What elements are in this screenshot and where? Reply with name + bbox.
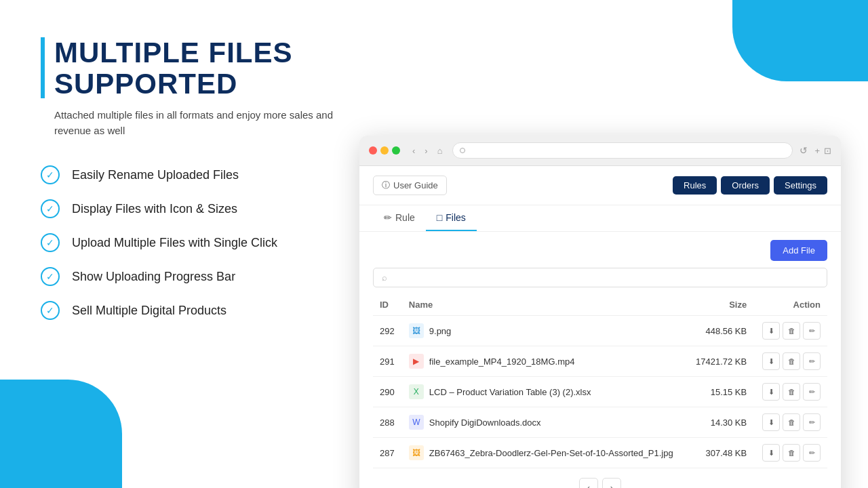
file-name: file_example_MP4_1920_18MG.mp4 (429, 357, 575, 367)
search-input[interactable] (391, 272, 818, 283)
new-tab-button[interactable]: + (814, 146, 820, 156)
table-row: 292 🖼 9.png 448.56 KB ⬇ 🗑 ✏ (373, 316, 827, 346)
action-cell: ⬇ 🗑 ✏ (753, 346, 827, 377)
action-cell: ⬇ 🗑 ✏ (753, 438, 827, 468)
download-button[interactable]: ⬇ (762, 413, 780, 431)
feature-text: Display Files with Icon & Sizes (72, 202, 237, 216)
tab-rule[interactable]: ✏ Rule (373, 205, 426, 231)
col-action: Action (753, 294, 827, 316)
file-size: 448.56 KB (687, 316, 753, 346)
table-row: 288 W Shopify DigiDownloads.docx 14.30 K… (373, 407, 827, 438)
delete-button[interactable]: 🗑 (783, 444, 800, 462)
file-size: 14.30 KB (687, 407, 753, 438)
file-id: 291 (373, 346, 402, 377)
address-bar[interactable] (452, 142, 793, 159)
feature-text: Sell Multiple Digital Products (72, 304, 226, 318)
file-name-cell: W Shopify DigiDownloads.docx (402, 407, 688, 438)
file-name-cell: 🖼 9.png (402, 316, 688, 346)
home-button[interactable]: ⌂ (435, 144, 446, 157)
file-size: 15.15 KB (687, 377, 753, 407)
features-list: ✓ Easily Rename Uploaded Files ✓ Display… (41, 165, 366, 320)
edit-button[interactable]: ✏ (803, 352, 821, 370)
search-icon: ⌕ (382, 272, 387, 283)
check-icon: ✓ (41, 165, 60, 184)
list-item: ✓ Upload Multiple Files with Single Clic… (41, 233, 366, 252)
browser-mockup: ‹ › ⌂ ↺ + ⊡ ⓘ User Guide Rules Orders Se… (359, 136, 841, 488)
page-title: Multiple Files Supported (54, 37, 366, 100)
feature-text: Upload Multiple Files with Single Click (72, 236, 277, 250)
col-name: Name (402, 294, 688, 316)
decorative-blob-bottom-left (0, 380, 122, 488)
action-cell: ⬇ 🗑 ✏ (753, 407, 827, 438)
user-guide-button[interactable]: ⓘ User Guide (373, 176, 447, 195)
list-item: ✓ Show Uploading Progress Bar (41, 267, 366, 286)
decorative-blob-top-right (732, 0, 868, 81)
header-action-buttons: Rules Orders Settings (673, 176, 827, 195)
table-row: 291 ▶ file_example_MP4_1920_18MG.mp4 174… (373, 346, 827, 377)
app-tabs: ✏ Rule □ Files (359, 205, 841, 232)
pagination: ‹ › (373, 468, 827, 488)
tab-files[interactable]: □ Files (426, 205, 477, 231)
file-size: 17421.72 KB (687, 346, 753, 377)
delete-button[interactable]: 🗑 (783, 352, 800, 370)
list-item: ✓ Sell Multiple Digital Products (41, 301, 366, 320)
file-name: 9.png (429, 326, 452, 336)
rules-button[interactable]: Rules (673, 176, 717, 195)
edit-icon: ✏ (384, 212, 392, 223)
maximize-window-button[interactable] (392, 146, 400, 155)
file-name-cell: X LCD – Product Variation Table (3) (2).… (402, 377, 688, 407)
page-subtitle: Attached multiple files in all formats a… (54, 108, 366, 138)
delete-button[interactable]: 🗑 (783, 413, 800, 431)
table-row: 287 🖼 ZB67463_Zebra-Doodlerz-Gel-Pen-Set… (373, 438, 827, 468)
browser-toolbar: ‹ › ⌂ ↺ + ⊡ (359, 136, 841, 166)
browser-navigation: ‹ › ⌂ (410, 144, 446, 157)
edit-button[interactable]: ✏ (803, 444, 821, 462)
orders-button[interactable]: Orders (721, 176, 770, 195)
download-button[interactable]: ⬇ (762, 383, 780, 401)
list-item: ✓ Easily Rename Uploaded Files (41, 165, 366, 184)
download-button[interactable]: ⬇ (762, 352, 780, 370)
next-page-button[interactable]: › (602, 478, 621, 488)
action-cell: ⬇ 🗑 ✏ (753, 316, 827, 346)
app-header: ⓘ User Guide Rules Orders Settings (359, 166, 841, 205)
table-row: 290 X LCD – Product Variation Table (3) … (373, 377, 827, 407)
file-id: 288 (373, 407, 402, 438)
file-name: ZB67463_Zebra-Doodlerz-Gel-Pen-Set-of-10… (429, 448, 673, 458)
search-dot-icon (460, 148, 465, 153)
check-icon: ✓ (41, 301, 60, 320)
table-section: Add File ⌕ ID Name Size Action 292 (359, 232, 841, 488)
edit-button[interactable]: ✏ (803, 413, 821, 431)
feature-text: Easily Rename Uploaded Files (72, 168, 239, 182)
download-button[interactable]: ⬇ (762, 444, 780, 462)
edit-button[interactable]: ✏ (803, 383, 821, 401)
refresh-button[interactable]: ↺ (800, 145, 808, 156)
table-actions: Add File (373, 240, 827, 261)
forward-button[interactable]: › (422, 144, 430, 157)
file-name-cell: ▶ file_example_MP4_1920_18MG.mp4 (402, 346, 688, 377)
file-size: 307.48 KB (687, 438, 753, 468)
file-name: Shopify DigiDownloads.docx (429, 418, 541, 428)
delete-button[interactable]: 🗑 (783, 383, 800, 401)
browser-extra-actions: + ⊡ (814, 146, 831, 156)
delete-button[interactable]: 🗑 (783, 322, 800, 340)
edit-button[interactable]: ✏ (803, 322, 821, 340)
check-icon: ✓ (41, 233, 60, 252)
file-type-icon: ▶ (409, 354, 424, 369)
left-content: Multiple Files Supported Attached multip… (41, 37, 366, 335)
file-type-icon: W (409, 415, 424, 430)
app-content: ⓘ User Guide Rules Orders Settings ✏ Rul… (359, 166, 841, 488)
download-button[interactable]: ⬇ (762, 322, 780, 340)
minimize-window-button[interactable] (380, 146, 389, 155)
prev-page-button[interactable]: ‹ (579, 478, 598, 488)
check-icon: ✓ (41, 267, 60, 286)
search-bar[interactable]: ⌕ (373, 268, 827, 287)
add-file-button[interactable]: Add File (770, 240, 827, 261)
file-id: 287 (373, 438, 402, 468)
accent-border (41, 37, 45, 98)
settings-button[interactable]: Settings (774, 176, 827, 195)
info-icon: ⓘ (382, 180, 390, 191)
back-button[interactable]: ‹ (410, 144, 418, 157)
close-window-button[interactable] (369, 146, 377, 155)
file-type-icon: X (409, 384, 424, 399)
share-button[interactable]: ⊡ (824, 146, 831, 156)
